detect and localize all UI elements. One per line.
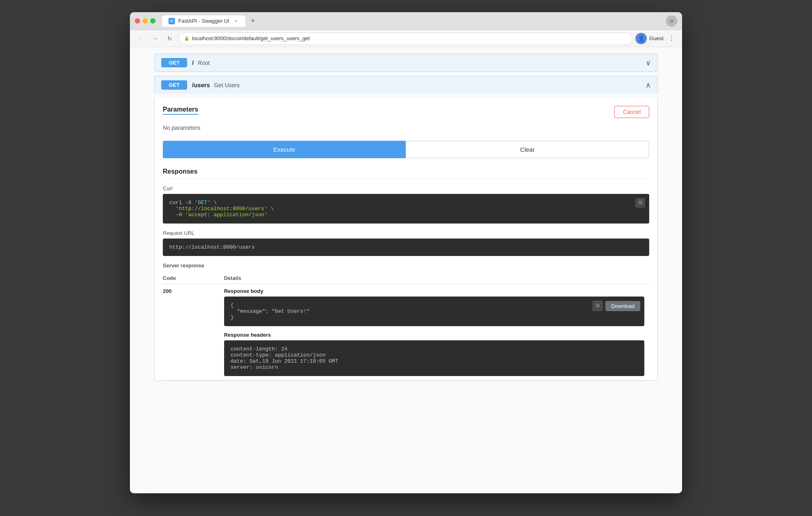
tab-bar: F FastAPI - Swagger UI × + bbox=[162, 15, 663, 27]
curl-text: curl -X bbox=[169, 200, 194, 206]
method-badge-users: GET bbox=[161, 80, 187, 90]
new-tab-button[interactable]: + bbox=[247, 15, 259, 27]
parameters-title: Parameters bbox=[163, 106, 198, 115]
more-options-button[interactable]: ⋮ bbox=[666, 33, 677, 44]
swagger-section: GET / Root ∨ GET /users Get Users ∧ Para… bbox=[154, 54, 658, 381]
close-button[interactable] bbox=[135, 18, 140, 24]
no-parameters-text: No parameters bbox=[163, 125, 649, 131]
active-tab[interactable]: F FastAPI - Swagger UI × bbox=[162, 15, 246, 27]
lock-icon: 🔒 bbox=[184, 36, 190, 41]
endpoint-path-users: /users bbox=[192, 82, 210, 88]
endpoint-desc-users: Get Users bbox=[214, 82, 240, 88]
response-body-line2: "message": "Get Users!" bbox=[231, 308, 638, 314]
code-column-header: Code bbox=[163, 273, 224, 284]
curl-code-block: curl -X 'GET' \ 'http://localhost:8000/u… bbox=[163, 194, 649, 224]
request-url-code-block: http://localhost:8000/users bbox=[163, 239, 649, 256]
clear-button[interactable]: Clear bbox=[406, 141, 649, 158]
curl-line1: curl -X 'GET' \ bbox=[169, 200, 643, 206]
server-response-label: Server response bbox=[163, 262, 649, 269]
response-table: Code Details 200 Response body bbox=[163, 273, 649, 381]
curl-header: 'accept: application/json' bbox=[185, 212, 268, 218]
reload-button[interactable]: ↻ bbox=[164, 33, 175, 44]
address-bar[interactable]: 🔒 bbox=[179, 32, 632, 45]
responses-section: Responses Curl curl -X 'GET' \ 'http://l… bbox=[163, 168, 649, 381]
curl-backslash1: \ bbox=[210, 200, 217, 206]
tab-title: FastAPI - Swagger UI bbox=[178, 18, 229, 24]
curl-method: 'GET' bbox=[194, 200, 210, 206]
endpoint-row-root[interactable]: GET / Root ∨ bbox=[154, 54, 658, 72]
request-url-section: Request URL http://localhost:8000/users bbox=[163, 230, 649, 256]
browser-content: GET / Root ∨ GET /users Get Users ∧ Para… bbox=[130, 47, 682, 493]
copy-icon[interactable]: ⧉ bbox=[635, 198, 645, 208]
chevron-down-icon-root: ∨ bbox=[646, 58, 651, 67]
curl-label: Curl bbox=[163, 185, 649, 191]
response-details-cell: Response body { "message": "Get Users!" … bbox=[224, 284, 649, 381]
response-headers-block: content-length: 24 content-type: applica… bbox=[224, 340, 644, 376]
url-input[interactable] bbox=[192, 35, 627, 41]
tab-close-button[interactable]: × bbox=[233, 18, 239, 24]
curl-line3: -H 'accept: application/json' bbox=[169, 212, 643, 218]
server-response-section: Server response Code Details 200 bbox=[163, 262, 649, 381]
minimize-button[interactable] bbox=[143, 18, 148, 24]
profile-icon[interactable]: 👤 bbox=[635, 33, 647, 44]
responses-title: Responses bbox=[163, 168, 649, 179]
response-body-actions: ⧉ Download bbox=[592, 301, 640, 311]
response-headers-label: Response headers bbox=[224, 332, 644, 338]
download-button[interactable]: Download bbox=[605, 301, 640, 311]
curl-backslash2: \ bbox=[268, 206, 274, 212]
endpoint-desc-root: Root bbox=[198, 60, 210, 66]
browser-settings-icon[interactable]: ⊙ bbox=[666, 15, 677, 27]
response-body-block: { "message": "Get Users!" } ⧉ Download bbox=[224, 297, 644, 326]
endpoint-expanded-users: Parameters Cancel No parameters Execute … bbox=[154, 98, 658, 381]
header-line3: date: Sat,19 Jun 2021 17:18:05 GMT bbox=[231, 358, 638, 364]
traffic-lights bbox=[135, 18, 155, 24]
table-row: 200 Response body { "message": "Get User… bbox=[163, 284, 649, 381]
profile-label: Guest bbox=[649, 35, 663, 41]
forward-button[interactable]: → bbox=[149, 33, 161, 44]
cancel-button[interactable]: Cancel bbox=[614, 106, 649, 118]
response-body-label: Response body bbox=[224, 288, 644, 294]
execute-button[interactable]: Execute bbox=[163, 141, 406, 158]
response-body-value: "Get Users!" bbox=[272, 308, 310, 314]
parameters-header: Parameters Cancel bbox=[163, 106, 649, 118]
browser-toolbar: ← → ↻ 🔒 👤 Guest ⋮ bbox=[130, 30, 682, 47]
browser-window: F FastAPI - Swagger UI × + ⊙ ← → ↻ 🔒 👤 G… bbox=[130, 12, 682, 493]
response-body-line3: } bbox=[231, 314, 638, 320]
status-code: 200 bbox=[163, 284, 224, 381]
endpoint-path-root: / bbox=[192, 59, 194, 66]
back-button[interactable]: ← bbox=[135, 33, 146, 44]
request-url-value: http://localhost:8000/users bbox=[169, 244, 255, 250]
method-badge-root: GET bbox=[161, 58, 187, 67]
tab-favicon: F bbox=[168, 18, 175, 24]
chevron-up-icon-users: ∧ bbox=[646, 81, 651, 90]
profile-area: 👤 Guest ⋮ bbox=[635, 33, 677, 44]
curl-url: 'http://localhost:8000/users' bbox=[176, 206, 268, 212]
response-copy-icon[interactable]: ⧉ bbox=[592, 301, 603, 311]
curl-line2: 'http://localhost:8000/users' \ bbox=[169, 206, 643, 212]
endpoint-row-users[interactable]: GET /users Get Users ∧ bbox=[154, 76, 658, 94]
request-url-label: Request URL bbox=[163, 230, 649, 236]
header-line4: server: uvicorn bbox=[231, 364, 638, 370]
curl-section: Curl curl -X 'GET' \ 'http://localhost:8… bbox=[163, 185, 649, 224]
action-buttons: Execute Clear bbox=[163, 141, 649, 158]
header-line2: content-type: application/json bbox=[231, 352, 638, 358]
details-column-header: Details bbox=[224, 273, 649, 284]
browser-titlebar: F FastAPI - Swagger UI × + ⊙ bbox=[130, 12, 682, 30]
header-line1: content-length: 24 bbox=[231, 346, 638, 352]
response-body-line1: { bbox=[231, 302, 638, 308]
maximize-button[interactable] bbox=[150, 18, 155, 24]
